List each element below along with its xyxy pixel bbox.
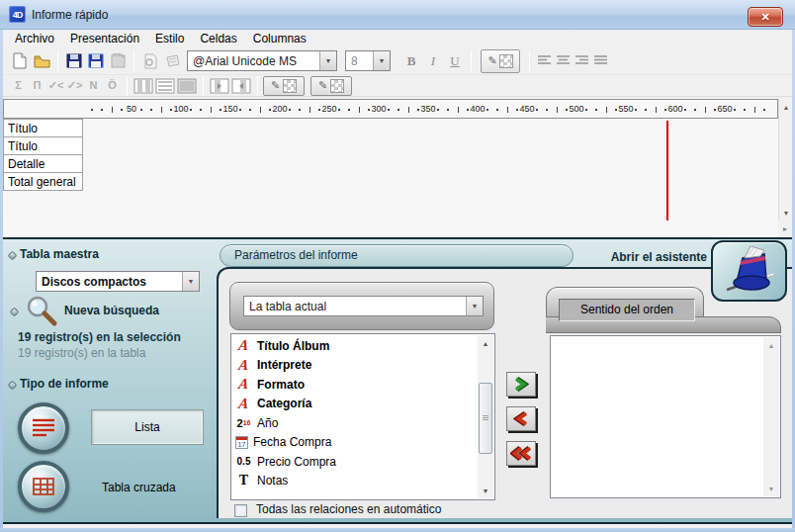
auto-relations-label: Todas las relaciones en automático bbox=[256, 502, 441, 516]
save-as-button[interactable] bbox=[85, 50, 107, 72]
fields-scrollbar[interactable]: ▲ ▼ bbox=[478, 335, 493, 498]
new-report-button[interactable] bbox=[9, 50, 31, 72]
open-wizard-label[interactable]: Abrir el asistente bbox=[497, 250, 707, 264]
field-list-item[interactable]: AFormato bbox=[231, 375, 494, 395]
select-columns-button[interactable] bbox=[132, 75, 154, 97]
align-left-button[interactable] bbox=[535, 52, 554, 70]
menu-item-celdas[interactable]: Celdas bbox=[192, 30, 244, 47]
scroll-up-icon[interactable]: ▲ bbox=[478, 335, 493, 351]
ruler-dot bbox=[635, 109, 637, 111]
report-design-area[interactable]: TítuloTítuloDetalleTotal general bbox=[3, 119, 778, 237]
align-right-button[interactable] bbox=[573, 52, 591, 70]
font-combobox[interactable]: @Arial Unicode MS ▼ bbox=[187, 50, 337, 71]
size-dropdown-icon[interactable]: ▼ bbox=[373, 51, 390, 70]
ruler-tick bbox=[112, 107, 113, 113]
align-justify-button[interactable] bbox=[591, 52, 610, 70]
ruler-dot bbox=[101, 109, 103, 111]
sort-order-listbox[interactable]: ▲ ▼ bbox=[550, 335, 781, 498]
maximum-icon[interactable]: ✓> bbox=[65, 79, 84, 92]
align-center-button[interactable] bbox=[554, 52, 573, 70]
cross-table-report-button[interactable] bbox=[18, 461, 69, 512]
font-size-combobox[interactable]: 8 ▼ bbox=[345, 50, 391, 71]
move-column-right-button[interactable] bbox=[230, 75, 252, 97]
menu-item-estilo[interactable]: Estilo bbox=[147, 30, 192, 47]
alpha-field-icon: A bbox=[234, 337, 253, 354]
close-button[interactable]: ✕ bbox=[748, 7, 783, 27]
menu-item-columnas[interactable]: Columnas bbox=[245, 30, 314, 47]
field-label: Título Álbum bbox=[257, 339, 329, 353]
field-list-item[interactable]: ATítulo Álbum bbox=[231, 336, 494, 356]
field-list-item[interactable]: 216Año bbox=[231, 413, 494, 433]
menu-item-presentacion[interactable]: Presentación bbox=[62, 30, 147, 47]
field-list-item[interactable]: TNotas bbox=[231, 472, 494, 491]
master-table-combobox[interactable]: Discos compactos ▼ bbox=[36, 271, 200, 292]
scroll-down-icon[interactable]: ▼ bbox=[779, 205, 793, 221]
scrollbar-thumb[interactable] bbox=[479, 383, 492, 454]
vertical-scrollbar[interactable]: ▲ ▼ bbox=[778, 99, 792, 221]
toolbar-main: @Arial Unicode MS ▼ 8 ▼ B I U ✎ bbox=[3, 47, 792, 75]
design-row-label[interactable]: Título bbox=[3, 119, 83, 137]
design-row-label[interactable]: Título bbox=[3, 136, 83, 155]
menu-item-archivo[interactable]: Archivo bbox=[7, 30, 62, 47]
print-settings-button[interactable] bbox=[161, 50, 183, 72]
magnifier-icon[interactable] bbox=[23, 293, 60, 330]
save-button[interactable] bbox=[63, 50, 85, 72]
design-row-label[interactable]: Detalle bbox=[3, 154, 83, 173]
revert-button[interactable] bbox=[107, 50, 129, 72]
text-color-button[interactable]: ✎ bbox=[481, 49, 520, 73]
ruler-tick bbox=[309, 107, 310, 113]
print-preview-button[interactable] bbox=[139, 50, 161, 72]
open-wizard-button[interactable] bbox=[711, 240, 787, 302]
new-search-label[interactable]: Nueva búsqueda bbox=[64, 304, 159, 317]
table-select-dropdown-icon[interactable]: ▼ bbox=[466, 297, 483, 315]
open-report-button[interactable] bbox=[31, 50, 52, 72]
design-row-label[interactable]: Total general bbox=[3, 172, 83, 191]
table-select-combobox[interactable]: La tabla actual ▼ bbox=[243, 296, 484, 316]
operator-button-group: ΣΠ✓<✓>NÖ bbox=[9, 79, 122, 92]
count-icon[interactable]: N bbox=[84, 79, 103, 92]
scroll-right-icon[interactable]: ▸ bbox=[778, 222, 792, 236]
list-report-button[interactable] bbox=[18, 402, 69, 454]
scroll-down-icon[interactable]: ▼ bbox=[478, 483, 493, 498]
move-column-left-button[interactable] bbox=[209, 75, 230, 97]
scroll-up-icon[interactable]: ▲ bbox=[763, 337, 779, 353]
scroll-down-icon[interactable]: ▼ bbox=[763, 481, 779, 496]
font-dropdown-icon[interactable]: ▼ bbox=[319, 51, 336, 70]
master-table-label: Tabla maestra bbox=[20, 247, 99, 261]
bold-button[interactable]: B bbox=[400, 53, 422, 69]
field-label: Precio Compra bbox=[257, 455, 336, 469]
integer-field-icon: 216 bbox=[235, 417, 252, 429]
window-frame-bottom bbox=[0, 528, 795, 532]
master-table-dropdown-icon[interactable]: ▼ bbox=[182, 272, 199, 291]
minimum-icon[interactable]: ✓< bbox=[46, 79, 65, 92]
alt-row-color-button[interactable]: ✎ bbox=[310, 76, 352, 96]
list-report-selected-label[interactable]: Lista bbox=[91, 409, 204, 445]
field-list-item[interactable]: 0.5Precio Compra bbox=[231, 452, 494, 472]
ruler-dot bbox=[546, 109, 548, 111]
cross-table-grid-icon bbox=[32, 477, 55, 496]
title-bar[interactable]: 4D Informe rápido ✕ bbox=[0, 0, 795, 30]
underline-button[interactable]: U bbox=[444, 53, 466, 69]
average-icon[interactable]: Π bbox=[28, 79, 46, 92]
italic-button[interactable]: I bbox=[422, 53, 444, 69]
cell-pattern-button[interactable] bbox=[176, 75, 198, 97]
field-list-item[interactable]: 17Fecha Compra bbox=[231, 433, 494, 453]
field-list-item[interactable]: ACategoría bbox=[231, 395, 494, 414]
remove-all-fields-button[interactable] bbox=[506, 441, 536, 466]
sum-icon[interactable]: Σ bbox=[9, 79, 28, 92]
remove-field-button[interactable] bbox=[506, 406, 536, 431]
table-select-value: La tabla actual bbox=[249, 300, 326, 313]
alpha-field-icon: A bbox=[234, 376, 253, 393]
sort-scrollbar[interactable]: ▲ ▼ bbox=[763, 337, 779, 496]
select-rows-button[interactable] bbox=[154, 75, 176, 97]
add-field-button[interactable] bbox=[506, 372, 536, 397]
ruler-dot bbox=[239, 109, 241, 111]
scroll-up-icon[interactable]: ▲ bbox=[779, 99, 793, 115]
field-label: Año bbox=[257, 416, 278, 430]
std-deviation-icon[interactable]: Ö bbox=[103, 79, 122, 92]
field-list-item[interactable]: AIntérprete bbox=[231, 356, 494, 376]
auto-relations-checkbox[interactable] bbox=[234, 504, 247, 517]
checker-swatch-icon bbox=[330, 79, 344, 93]
fields-listbox[interactable]: ATítulo ÁlbumAIntérpreteAFormatoACategor… bbox=[230, 333, 495, 500]
alt-background-color-button[interactable]: ✎ bbox=[263, 76, 305, 96]
